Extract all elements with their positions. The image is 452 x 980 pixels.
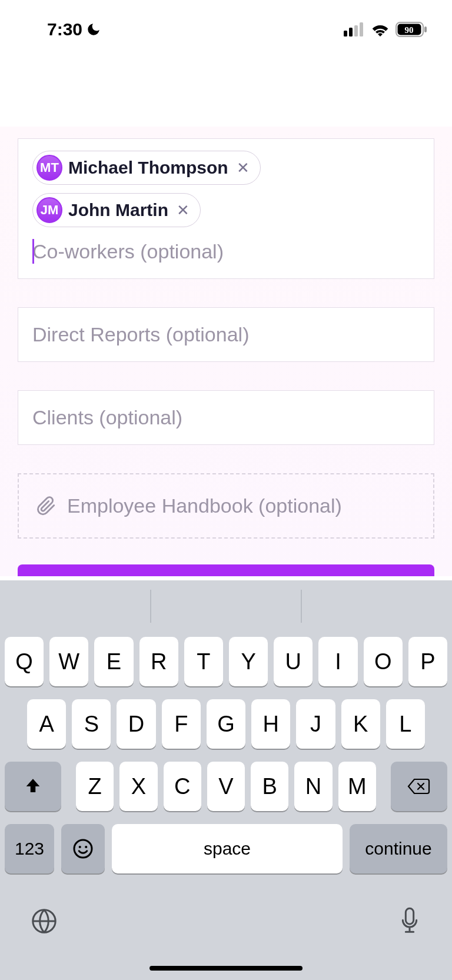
text-caret <box>32 239 34 264</box>
close-icon[interactable]: ✕ <box>174 201 192 220</box>
home-indicator[interactable] <box>149 966 303 971</box>
key-w[interactable]: W <box>49 637 88 686</box>
back-arrow-icon[interactable] <box>21 82 44 104</box>
globe-icon[interactable] <box>31 908 58 935</box>
key-n[interactable]: N <box>294 762 332 811</box>
key-h[interactable]: H <box>251 699 290 749</box>
key-t[interactable]: T <box>184 637 223 686</box>
battery-text: 90 <box>405 25 414 35</box>
svg-rect-2 <box>354 25 358 36</box>
space-key[interactable]: space <box>112 824 343 873</box>
suggestion-bar <box>0 580 452 632</box>
keyboard-bottom-bar <box>0 873 452 980</box>
keyboard-row-1: Q W E R T Y U I O P <box>5 637 447 686</box>
battery-icon: 90 <box>396 21 428 38</box>
keyboard-row-3: Z X C V B N M <box>5 762 447 811</box>
suggestion-slot[interactable] <box>302 580 452 632</box>
key-a[interactable]: A <box>27 699 66 749</box>
paperclip-icon <box>36 496 56 516</box>
key-z[interactable]: Z <box>76 762 114 811</box>
chip-coworker[interactable]: MT Michael Thompson ✕ <box>32 151 261 185</box>
direct-reports-input[interactable] <box>32 320 420 350</box>
coworkers-input[interactable] <box>32 237 420 267</box>
key-c[interactable]: C <box>164 762 201 811</box>
svg-point-9 <box>85 846 87 848</box>
key-s[interactable]: S <box>72 699 111 749</box>
suggestion-slot[interactable] <box>0 580 150 632</box>
page-title: Create a new job <box>55 79 242 106</box>
continue-key[interactable]: continue <box>350 824 447 873</box>
clients-field[interactable] <box>18 390 434 445</box>
status-bar: 7:30 90 <box>0 0 452 59</box>
keyboard-row-2: A S D F G H J K L <box>5 699 447 749</box>
backspace-key[interactable] <box>391 762 447 811</box>
mic-icon[interactable] <box>398 906 421 936</box>
svg-rect-0 <box>344 31 347 36</box>
key-r[interactable]: R <box>139 637 178 686</box>
emoji-key[interactable] <box>61 824 105 873</box>
keyboard-row-4: 123 space continue <box>5 824 447 873</box>
numbers-key[interactable]: 123 <box>5 824 54 873</box>
key-g[interactable]: G <box>207 699 245 749</box>
key-b[interactable]: B <box>251 762 288 811</box>
suggestion-slot[interactable] <box>151 580 301 632</box>
key-f[interactable]: F <box>162 699 201 749</box>
svg-point-7 <box>74 840 92 858</box>
key-l[interactable]: L <box>386 699 425 749</box>
coworkers-field[interactable]: MT Michael Thompson ✕ JM John Martin ✕ <box>18 138 434 279</box>
app-header: Create a new job <box>0 59 452 127</box>
svg-rect-3 <box>360 22 363 36</box>
key-k[interactable]: K <box>341 699 380 749</box>
avatar: JM <box>36 197 62 223</box>
key-y[interactable]: Y <box>229 637 268 686</box>
direct-reports-field[interactable] <box>18 307 434 362</box>
chip-name: Michael Thompson <box>68 158 228 178</box>
svg-rect-6 <box>424 26 427 32</box>
handbook-label: Employee Handbook (optional) <box>67 494 342 517</box>
key-x[interactable]: X <box>119 762 157 811</box>
status-time: 7:30 <box>47 19 82 39</box>
shift-key[interactable] <box>5 762 61 811</box>
chip-coworker[interactable]: JM John Martin ✕ <box>32 193 201 227</box>
key-j[interactable]: J <box>296 699 335 749</box>
key-m[interactable]: M <box>338 762 376 811</box>
key-e[interactable]: E <box>94 637 133 686</box>
cellular-icon <box>344 22 365 36</box>
svg-rect-1 <box>349 28 353 36</box>
avatar: MT <box>36 155 62 181</box>
form-content: MT Michael Thompson ✕ JM John Martin ✕ E… <box>0 127 452 576</box>
clients-input[interactable] <box>32 403 420 433</box>
close-icon[interactable]: ✕ <box>234 159 252 177</box>
svg-point-8 <box>79 846 81 848</box>
svg-rect-11 <box>406 908 413 924</box>
key-q[interactable]: Q <box>5 637 44 686</box>
key-i[interactable]: I <box>318 637 357 686</box>
submit-button[interactable] <box>18 564 434 576</box>
wifi-icon <box>371 22 390 36</box>
key-v[interactable]: V <box>207 762 245 811</box>
moon-icon <box>86 22 101 37</box>
key-p[interactable]: P <box>408 637 447 686</box>
handbook-upload[interactable]: Employee Handbook (optional) <box>18 473 434 539</box>
key-d[interactable]: D <box>117 699 155 749</box>
key-o[interactable]: O <box>364 637 403 686</box>
keyboard: Q W E R T Y U I O P A S D F G H J K L <box>0 580 452 980</box>
key-u[interactable]: U <box>274 637 313 686</box>
chip-name: John Martin <box>68 200 168 220</box>
